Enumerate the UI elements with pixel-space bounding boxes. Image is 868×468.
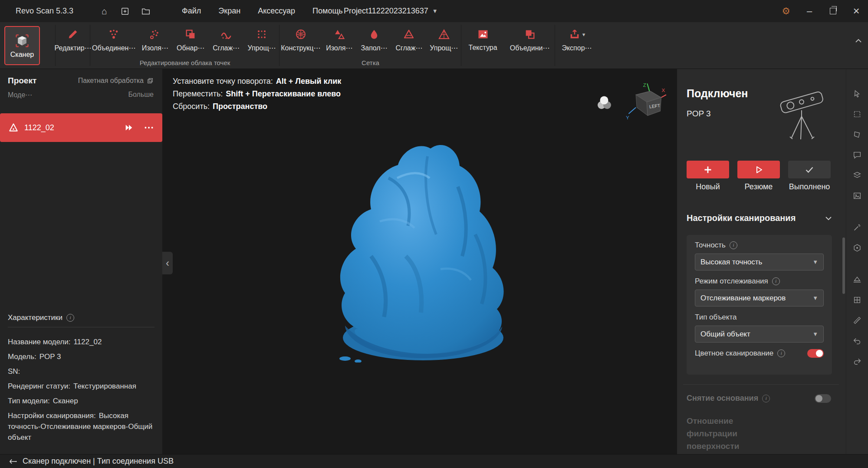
tool-button[interactable] bbox=[850, 86, 865, 101]
project-panel: Проект Пакетная обработка Моде⋯ Больше 1… bbox=[0, 69, 162, 454]
panel-collapse-chevron-icon[interactable]: ‹ bbox=[162, 252, 173, 274]
viewport-tool-strip bbox=[846, 69, 868, 454]
tool-button[interactable] bbox=[850, 220, 865, 235]
batch-copy-icon bbox=[147, 77, 154, 84]
tool-button[interactable] bbox=[850, 168, 865, 183]
tool-button[interactable] bbox=[850, 333, 865, 348]
fill-hole-icon bbox=[852, 243, 862, 253]
close-icon[interactable]: × bbox=[845, 0, 868, 22]
grid-icon bbox=[852, 295, 862, 305]
tool-button[interactable] bbox=[850, 148, 865, 162]
tool-button[interactable] bbox=[850, 313, 865, 328]
magic-wand-icon bbox=[852, 223, 862, 232]
undo-icon bbox=[852, 336, 862, 346]
viewport-hints: Установите точку поворота:Alt + Левый кл… bbox=[173, 77, 341, 111]
scan-control-panel: Подключен POP 3 Новый bbox=[677, 69, 846, 454]
measure-icon bbox=[852, 316, 862, 325]
menu-item[interactable]: Файл bbox=[173, 0, 210, 22]
chevron-down-icon: ▼ bbox=[812, 331, 818, 337]
ribbon-button[interactable]: Текстура bbox=[467, 22, 499, 52]
render-mode-icon[interactable] bbox=[595, 93, 614, 112]
panel-scrollbar[interactable] bbox=[842, 237, 845, 294]
fast-forward-icon[interactable] bbox=[124, 123, 134, 132]
remove-base-toggle[interactable] bbox=[815, 394, 831, 403]
scanner-mode-button[interactable]: Сканер bbox=[4, 26, 40, 65]
info-icon[interactable]: i bbox=[772, 277, 780, 285]
tool-button[interactable] bbox=[850, 272, 865, 287]
ribbon-button[interactable]: Объедини⋯ bbox=[510, 22, 550, 52]
plus-icon bbox=[703, 165, 713, 175]
dropdown-select[interactable]: Высокая точность ▼ bbox=[695, 254, 824, 270]
ribbon-button[interactable]: Изоля⋯ bbox=[139, 22, 171, 52]
dropdown-select[interactable]: Общий объект ▼ bbox=[695, 326, 824, 343]
scan-settings-title: Настройки сканирования bbox=[687, 213, 796, 223]
scan-action-button[interactable] bbox=[687, 161, 729, 178]
export-icon bbox=[569, 28, 581, 40]
ribbon-button[interactable]: Сглаж⋯ bbox=[210, 22, 242, 52]
batch-processing-button[interactable]: Пакетная обработка bbox=[78, 77, 154, 85]
chevron-down-icon: ▼ bbox=[432, 8, 438, 14]
ribbon-button[interactable]: Изоля⋯ bbox=[323, 22, 355, 52]
model-list-item-selected[interactable]: 1122_02 bbox=[0, 113, 162, 142]
info-icon[interactable]: i bbox=[66, 314, 74, 322]
properties-list: Название модели:1122_02 Модель:POP 3 SN:… bbox=[8, 336, 156, 447]
model-filter-label[interactable]: Моде⋯ bbox=[8, 91, 32, 99]
info-icon[interactable]: i bbox=[777, 349, 785, 357]
ribbon-button[interactable]: Запол⋯ bbox=[358, 22, 390, 52]
project-title-dropdown[interactable]: Project11222023213637 ▼ bbox=[344, 0, 438, 22]
project-panel-title: Проект bbox=[8, 76, 36, 86]
tool-button[interactable] bbox=[850, 354, 865, 369]
title-bar: Revo Scan 5.3.3 ⌂ ФайлЭкранАксессуарПомо… bbox=[0, 0, 868, 22]
group-label-point-cloud: Редактирование облака точек bbox=[90, 59, 279, 66]
scanner-mode-label: Сканер bbox=[10, 51, 34, 59]
remove-base-label: Снятие основания bbox=[687, 394, 758, 403]
ribbon-button[interactable]: Редактир⋯ bbox=[56, 22, 90, 52]
ribbon-button[interactable]: Упрощ⋯ bbox=[246, 22, 278, 52]
property-row: Настройки сканирования:Высокая точность-… bbox=[8, 410, 156, 443]
setting-field: Тип объекта Общий объект ▼ bbox=[695, 313, 824, 343]
settings-gear-icon[interactable]: ⚙ bbox=[774, 0, 798, 22]
tool-button[interactable] bbox=[850, 107, 865, 122]
tool-button[interactable] bbox=[850, 127, 865, 142]
info-icon[interactable]: i bbox=[730, 241, 737, 249]
color-scan-toggle[interactable] bbox=[807, 349, 824, 358]
viewport-3d[interactable]: Установите точку поворота:Alt + Левый кл… bbox=[162, 69, 677, 454]
section-collapse-chevron-icon[interactable] bbox=[825, 216, 832, 221]
open-folder-icon[interactable] bbox=[139, 5, 152, 18]
tool-button[interactable] bbox=[850, 188, 865, 203]
chevron-down-icon[interactable]: ▾ bbox=[582, 31, 585, 38]
ribbon-button[interactable]: Конструкц⋯ bbox=[281, 22, 320, 52]
tool-button[interactable] bbox=[850, 293, 865, 307]
restore-icon[interactable] bbox=[821, 0, 845, 22]
orientation-cube-gizmo[interactable]: Z X Y LEFT bbox=[623, 81, 667, 125]
menu-item[interactable]: Аксессуар bbox=[249, 0, 304, 22]
smooth-mesh-icon bbox=[403, 28, 415, 40]
more-options-icon[interactable] bbox=[143, 122, 155, 133]
status-text: Сканер подключен | Тип соединения USB bbox=[23, 457, 174, 466]
export-button[interactable]: ▾ Экспор⋯ bbox=[561, 22, 593, 52]
dropdown-select[interactable]: Отслеживание маркеров ▼ bbox=[695, 290, 824, 307]
redo-icon bbox=[852, 356, 862, 366]
hint-line: Сбросить:Пространство bbox=[173, 102, 341, 111]
minimize-icon[interactable]: – bbox=[798, 0, 821, 22]
ribbon-collapse-icon[interactable] bbox=[855, 39, 862, 43]
menu-item[interactable]: Экран bbox=[210, 0, 249, 22]
scan-action-button[interactable] bbox=[737, 161, 780, 178]
ribbon-button[interactable]: Сглаж⋯ bbox=[393, 22, 425, 52]
scanned-model[interactable] bbox=[319, 126, 527, 363]
axis-y-label: Y bbox=[626, 115, 629, 120]
setting-field: Режим отслеживания i Отслеживание маркер… bbox=[695, 277, 824, 307]
tool-button[interactable] bbox=[850, 241, 865, 255]
scan-action-button[interactable] bbox=[788, 161, 831, 178]
ribbon-button[interactable]: Обнар⋯ bbox=[174, 22, 207, 52]
ribbon-button[interactable]: Объединен⋯ bbox=[92, 22, 135, 52]
new-project-icon[interactable] bbox=[118, 5, 132, 18]
ribbon-group-export: ▾ Экспор⋯ bbox=[555, 22, 598, 69]
merge-models-icon bbox=[524, 28, 536, 40]
scan-settings-card: Точность i Высокая точность ▼ Режим отсл… bbox=[687, 235, 832, 375]
more-button[interactable]: Больше bbox=[128, 91, 154, 99]
ribbon-button[interactable]: Упрощ⋯ bbox=[428, 22, 460, 52]
home-icon[interactable]: ⌂ bbox=[98, 5, 111, 18]
property-row: Название модели:1122_02 bbox=[8, 336, 156, 347]
connection-status: Подключен bbox=[687, 87, 748, 100]
